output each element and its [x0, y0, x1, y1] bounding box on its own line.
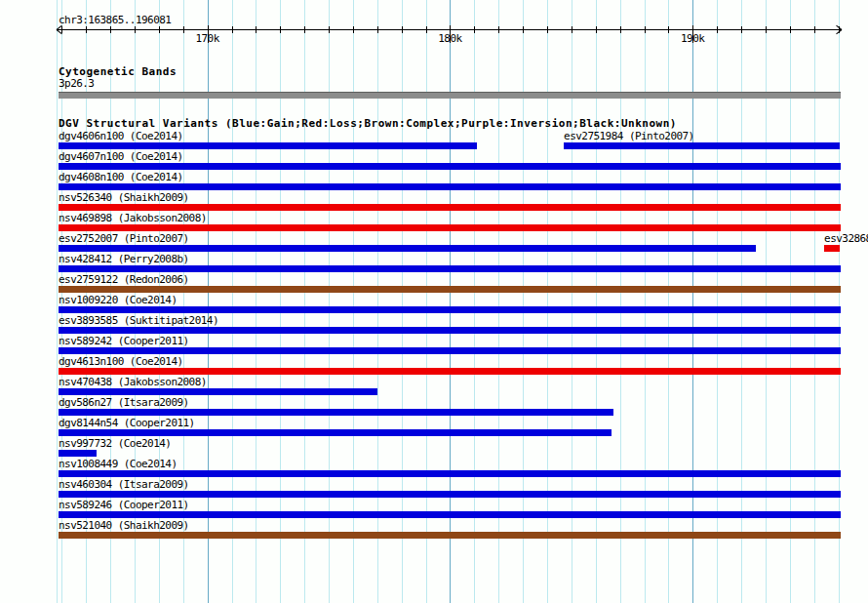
- ruler-minor-tick: [572, 26, 572, 33]
- ruler-minor-tick: [645, 26, 646, 33]
- cytoband-label: 3p26.3: [59, 78, 94, 90]
- variant-label[interactable]: esv32868: [824, 233, 868, 245]
- variant-label[interactable]: nsv1008449 (Coe2014): [59, 459, 177, 470]
- ruler-minor-tick: [61, 26, 62, 33]
- variant-bar[interactable]: [59, 388, 377, 395]
- variant-bar[interactable]: [59, 511, 841, 518]
- variant-label[interactable]: nsv589242 (Cooper2011): [59, 336, 189, 347]
- axis-tick-label: 170k: [188, 33, 227, 45]
- ruler-minor-tick: [183, 26, 184, 33]
- variant-label[interactable]: esv3893585 (Suktitipat2014): [59, 315, 218, 327]
- variant-label[interactable]: nsv997732 (Coe2014): [59, 438, 171, 450]
- variant-bar[interactable]: [59, 429, 612, 436]
- region-label: chr3:163865..196081: [59, 15, 171, 26]
- variant-bar[interactable]: [59, 491, 841, 498]
- ruler-minor-tick: [474, 26, 475, 33]
- variant-bar[interactable]: [59, 224, 841, 231]
- variant-bar[interactable]: [59, 183, 841, 190]
- ruler-minor-tick: [353, 26, 354, 33]
- axis-tick-label: 180k: [430, 33, 469, 45]
- variant-label[interactable]: dgv4613n100 (Coe2014): [59, 356, 183, 368]
- ruler-minor-tick: [814, 26, 815, 33]
- variant-label[interactable]: nsv460304 (Itsara2009): [59, 479, 189, 491]
- variant-label[interactable]: esv2751984 (Pinto2007): [564, 131, 694, 142]
- ruler-minor-tick: [523, 26, 524, 33]
- variant-label[interactable]: nsv469898 (Jakobsson2008): [59, 213, 207, 224]
- variant-label[interactable]: nsv526340 (Shaikh2009): [59, 192, 189, 204]
- variant-label[interactable]: dgv8144n54 (Cooper2011): [59, 418, 195, 429]
- ruler-minor-tick: [135, 26, 136, 33]
- variant-label[interactable]: esv2752007 (Pinto2007): [59, 233, 189, 245]
- variant-bar[interactable]: [59, 163, 841, 170]
- variant-label[interactable]: esv2759122 (Redon2006): [59, 274, 189, 286]
- variant-bar[interactable]: [59, 327, 841, 334]
- axis-tick-label: 190k: [673, 33, 712, 45]
- ruler-minor-tick: [232, 26, 233, 33]
- variant-label[interactable]: dgv4606n100 (Coe2014): [59, 131, 183, 142]
- variant-bar[interactable]: [59, 142, 477, 149]
- ruler-minor-tick: [402, 26, 403, 33]
- variant-bar[interactable]: [564, 142, 840, 149]
- ruler-minor-tick: [377, 26, 378, 33]
- ruler-minor-tick: [668, 26, 669, 33]
- ruler-line: [57, 29, 842, 30]
- variant-label[interactable]: nsv589246 (Cooper2011): [59, 500, 189, 511]
- genome-browser-view: 170k180k190k chr3:163865..196081 Cytogen…: [0, 0, 868, 603]
- ruler-minor-tick: [304, 26, 305, 33]
- variant-bar[interactable]: [59, 265, 841, 272]
- ruler-minor-tick: [280, 26, 281, 33]
- ruler-minor-tick: [159, 26, 160, 33]
- ruler-minor-tick: [717, 26, 718, 33]
- ruler-minor-tick: [498, 26, 499, 33]
- ruler-minor-tick: [426, 26, 427, 33]
- variant-label[interactable]: nsv1009220 (Coe2014): [59, 295, 177, 306]
- variant-label[interactable]: nsv521040 (Shaikh2009): [59, 520, 189, 532]
- variant-bar[interactable]: [59, 409, 613, 416]
- ruler-minor-tick: [547, 26, 548, 33]
- variant-bar[interactable]: [59, 368, 841, 375]
- ruler-minor-tick: [620, 26, 621, 33]
- variant-bar[interactable]: [59, 532, 841, 539]
- variant-bar[interactable]: [59, 245, 756, 252]
- variant-bar[interactable]: [59, 204, 841, 211]
- track-title-dgv-structural-variants: DGV Structural Variants (Blue:Gain;Red:L…: [59, 118, 677, 130]
- variant-label[interactable]: nsv470438 (Jakobsson2008): [59, 377, 207, 388]
- gridline-region-start: [57, 0, 58, 603]
- ruler-minor-tick: [256, 26, 256, 33]
- variant-label[interactable]: dgv4607n100 (Coe2014): [59, 151, 183, 163]
- ruler-minor-tick: [790, 26, 791, 33]
- variant-label[interactable]: nsv428412 (Perry2008b): [59, 254, 189, 265]
- ruler-minor-tick: [596, 26, 597, 33]
- ruler-minor-tick: [110, 26, 111, 33]
- ruler-minor-tick: [741, 26, 742, 33]
- variant-label[interactable]: dgv586n27 (Itsara2009): [59, 397, 189, 409]
- variant-bar[interactable]: [59, 306, 841, 313]
- cytoband-bar[interactable]: [59, 92, 841, 99]
- variant-label[interactable]: dgv4608n100 (Coe2014): [59, 172, 183, 183]
- ruler-minor-tick: [86, 26, 87, 33]
- ruler-minor-tick: [329, 26, 330, 33]
- ruler-minor-tick: [766, 26, 767, 33]
- variant-bar[interactable]: [59, 286, 841, 293]
- variant-bar[interactable]: [59, 470, 841, 477]
- ruler-minor-tick: [839, 26, 840, 33]
- variant-bar[interactable]: [59, 347, 841, 354]
- variant-bar[interactable]: [824, 245, 840, 252]
- variant-bar[interactable]: [59, 450, 97, 457]
